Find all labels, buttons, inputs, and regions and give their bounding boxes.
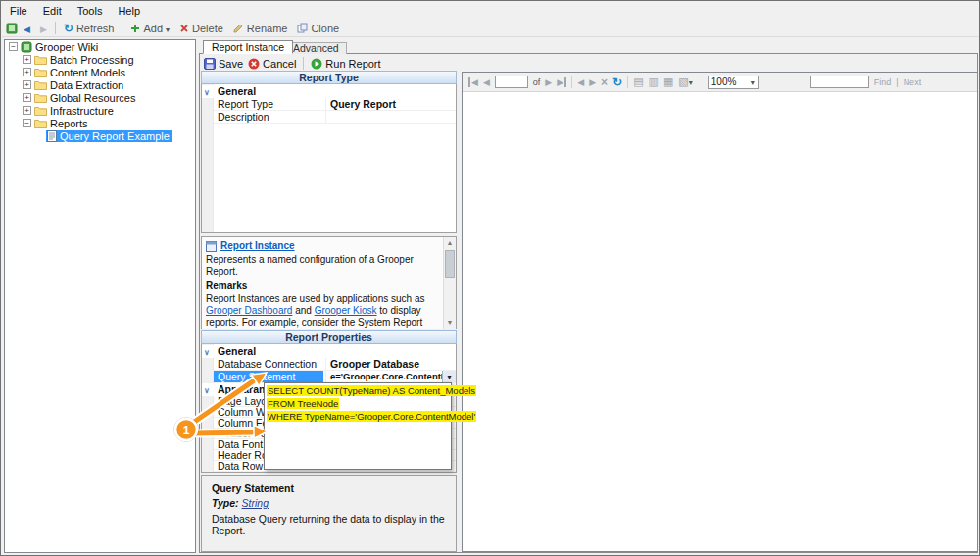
category-label: General [218, 345, 256, 358]
run-report-label: Run Report [325, 58, 380, 70]
forward-button[interactable] [36, 22, 51, 35]
property-row[interactable]: Description [214, 111, 456, 124]
run-report-button[interactable]: Run Report [311, 58, 380, 70]
tree-item-query-report-example[interactable]: Query Report Example [60, 130, 170, 142]
sql-line: SELECT COUNT(TypeName) AS Content_Models [267, 385, 476, 396]
delete-button[interactable]: Delete [175, 22, 227, 35]
cancel-label: Cancel [263, 58, 296, 70]
find-next-button[interactable]: Next [904, 77, 922, 87]
back-button[interactable] [20, 22, 34, 35]
query-statement-value[interactable]: e='Grooper.Core.ContentModel' [325, 371, 456, 382]
menu-edit[interactable]: Edit [35, 3, 70, 19]
sql-line: FROM TreeNode [267, 398, 339, 409]
first-page-button[interactable] [468, 77, 478, 87]
report-instance-icon [206, 241, 217, 252]
tree-item-grooper-wiki[interactable]: Grooper Wiki [35, 41, 98, 53]
tree-row[interactable]: Global Resources [5, 91, 195, 104]
tree-row[interactable]: Reports [5, 117, 195, 129]
print-layout-button[interactable] [649, 76, 659, 88]
page-number-input[interactable] [495, 76, 528, 88]
export-button[interactable] [678, 76, 692, 88]
folder-icon [34, 93, 47, 103]
expand-icon[interactable] [23, 55, 31, 64]
tree-item-data-extraction[interactable]: Data Extraction [50, 79, 123, 91]
viewer-back-button[interactable] [577, 77, 584, 87]
category-collapse-icon[interactable] [204, 85, 210, 99]
menu-bar: File Edit Tools Help [2, 2, 979, 20]
property-value[interactable]: Query Report [325, 98, 456, 110]
previous-page-button[interactable] [483, 77, 490, 87]
find-separator: | [896, 77, 898, 87]
tree-sync-icon[interactable] [6, 23, 18, 34]
tab-report-instance[interactable]: Report Instance [203, 40, 293, 54]
expand-icon[interactable] [23, 80, 31, 89]
selected-tree-item[interactable]: Query Report Example [46, 130, 172, 142]
property-value[interactable] [325, 111, 456, 123]
app-window: File Edit Tools Help Refresh Add Delete … [0, 0, 980, 556]
property-row[interactable]: Database Connection Grooper Database [214, 358, 456, 371]
menu-file[interactable]: File [2, 3, 35, 19]
tree-row[interactable]: Infrastructure [5, 104, 195, 117]
scrollbar-thumb[interactable] [445, 250, 455, 278]
collapse-icon[interactable] [9, 42, 18, 51]
report-type-grid: General Report Type Query Report Descrip… [201, 84, 457, 233]
tree-row-selected[interactable]: Query Report Example [5, 129, 195, 142]
tree-row[interactable]: Grooper Wiki [5, 40, 195, 53]
zoom-dropdown-icon [751, 76, 755, 87]
rename-button[interactable]: Rename [229, 22, 292, 35]
category-general[interactable]: General [202, 345, 456, 358]
tree-item-global-resources[interactable]: Global Resources [50, 92, 135, 104]
last-page-button[interactable] [557, 77, 566, 87]
category-general[interactable]: General [202, 85, 456, 98]
property-description-title: Query Statement [212, 482, 446, 494]
type-value-link[interactable]: String [242, 497, 269, 509]
report-instance-link[interactable]: Report Instance [220, 240, 295, 252]
add-button[interactable]: Add [126, 22, 173, 35]
category-collapse-icon[interactable] [204, 383, 210, 397]
forward-icon [40, 23, 47, 34]
tree-item-reports[interactable]: Reports [50, 118, 88, 129]
grooper-dashboard-link[interactable]: Grooper Dashboard [206, 305, 292, 316]
expand-icon[interactable] [23, 68, 31, 76]
tree-row[interactable]: Data Extraction [5, 78, 195, 91]
help-pane: Report Instance Represents a named confi… [201, 236, 457, 329]
tab-advanced[interactable]: Advanced [285, 42, 347, 54]
category-collapse-icon[interactable] [204, 345, 210, 359]
page-setup-button[interactable] [663, 76, 673, 88]
grooper-kiosk-link[interactable]: Grooper Kiosk [315, 305, 377, 316]
zoom-select[interactable]: 100% [708, 76, 759, 89]
print-button[interactable] [633, 76, 643, 88]
tree-row[interactable]: Content Models [5, 66, 195, 78]
find-input[interactable] [810, 76, 869, 88]
clone-button[interactable]: Clone [293, 22, 343, 35]
property-value[interactable]: Grooper Database [325, 358, 456, 370]
save-button[interactable]: Save [204, 58, 243, 70]
query-statement-label[interactable]: Query Statement [214, 371, 323, 382]
query-statement-dropdown-button[interactable] [442, 371, 456, 382]
tree-item-content-models[interactable]: Content Models [50, 67, 125, 78]
expand-icon[interactable] [23, 93, 31, 102]
scroll-up-icon[interactable] [444, 237, 456, 249]
scroll-down-icon[interactable] [444, 317, 456, 329]
tree-row[interactable]: Batch Processing [5, 53, 195, 66]
help-scrollbar[interactable] [443, 237, 456, 329]
viewer-refresh-button[interactable] [612, 76, 622, 89]
menu-help[interactable]: Help [110, 3, 148, 19]
property-row[interactable]: Report Type Query Report [214, 98, 456, 111]
collapse-icon[interactable] [23, 119, 31, 127]
expand-icon[interactable] [23, 106, 31, 115]
viewer-forward-button[interactable] [589, 77, 596, 87]
query-statement-editor-popup[interactable]: SELECT COUNT(TypeName) AS Content_Models… [264, 382, 452, 470]
next-page-button[interactable] [545, 77, 552, 87]
menu-tools[interactable]: Tools [70, 3, 111, 19]
add-label: Add [143, 23, 163, 34]
property-label: Description [218, 111, 323, 123]
refresh-button[interactable]: Refresh [60, 21, 119, 36]
stop-button[interactable] [601, 76, 608, 89]
save-label: Save [219, 58, 243, 70]
find-button[interactable]: Find [874, 77, 892, 87]
tree-item-infrastructure[interactable]: Infrastructure [50, 105, 114, 117]
cancel-button[interactable]: Cancel [248, 58, 296, 70]
clone-icon [297, 23, 308, 33]
tree-item-batch-processing[interactable]: Batch Processing [50, 54, 134, 66]
